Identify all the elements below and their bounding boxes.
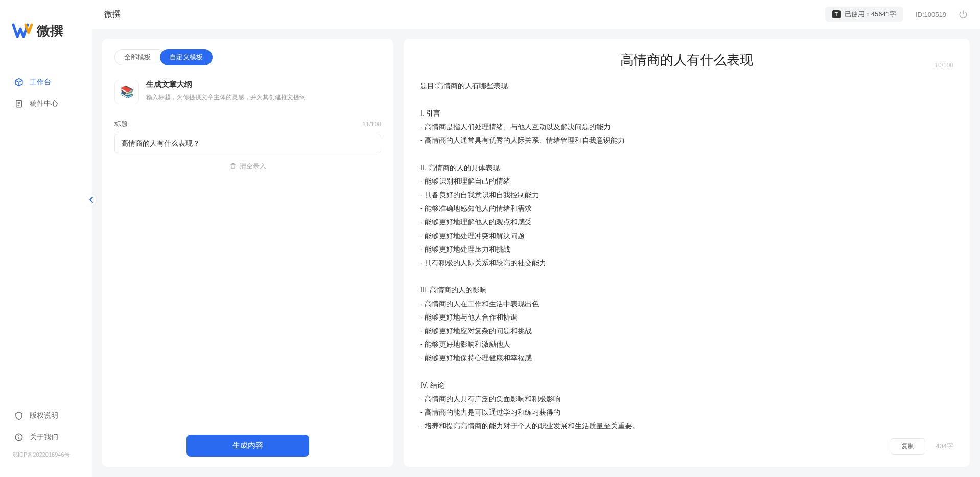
nav-item-about[interactable]: 关于我们 (0, 426, 92, 448)
input-panel: 全部模板 自定义模板 📚 生成文章大纲 输入标题，为你提供文章主体的灵感，并为其… (102, 39, 393, 467)
icp-text: 鄂ICP备2022016946号 (0, 448, 92, 462)
nav-label: 工作台 (30, 78, 51, 87)
nav-main: 工作台 稿件中心 (0, 56, 92, 405)
user-id: ID:100519 (916, 11, 946, 18)
clear-input-button[interactable]: 清空录入 (229, 162, 266, 171)
template-desc: 输入标题，为你提供文章主体的灵感，并为其创建推文提纲 (146, 93, 381, 102)
sidebar: 微撰 工作台 稿件中心 版权说明 (0, 0, 92, 477)
usage-label: 已使用：45641字 (845, 10, 896, 19)
usage-pill[interactable]: T 已使用：45641字 (825, 7, 903, 22)
topbar: 微撰 T 已使用：45641字 ID:100519 (92, 0, 980, 29)
nav-label: 版权说明 (30, 411, 58, 420)
nav-label: 稿件中心 (30, 99, 58, 108)
main: 微撰 T 已使用：45641字 ID:100519 全部模板 自定义模板 (92, 0, 980, 477)
field-label-title: 标题 (114, 120, 128, 129)
svg-point-6 (19, 436, 19, 436)
template-card: 📚 生成文章大纲 输入标题，为你提供文章主体的灵感，并为其创建推文提纲 (114, 76, 381, 115)
tab-custom-templates[interactable]: 自定义模板 (160, 49, 213, 65)
clear-label: 清空录入 (240, 162, 266, 171)
result-body[interactable]: 题目:高情商的人有哪些表现 I. 引言 - 高情商是指人们处理情绪、与他人互动以… (420, 79, 953, 430)
logo-icon (12, 20, 33, 41)
output-panel: 高情商的人有什么表现 10/100 题目:高情商的人有哪些表现 I. 引言 - … (404, 39, 970, 467)
tab-all-templates[interactable]: 全部模板 (114, 49, 160, 65)
copy-button[interactable]: 复制 (891, 438, 925, 455)
power-icon[interactable] (959, 10, 968, 19)
page-title: 微撰 (104, 9, 121, 20)
field-char-count: 11/100 (362, 121, 381, 128)
trash-icon (229, 162, 237, 171)
doc-icon (14, 99, 24, 108)
cube-icon (14, 78, 24, 87)
logo-text: 微撰 (37, 22, 63, 40)
text-icon: T (832, 10, 841, 18)
books-icon: 📚 (114, 80, 139, 104)
title-char-count: 10/100 (935, 62, 953, 69)
generate-button[interactable]: 生成内容 (186, 435, 309, 457)
sidebar-bottom: 版权说明 关于我们 鄂ICP备2022016946号 (0, 405, 92, 467)
nav-label: 关于我们 (30, 433, 58, 442)
template-tabs: 全部模板 自定义模板 (114, 49, 381, 65)
result-title[interactable]: 高情商的人有什么表现 (420, 51, 953, 69)
nav-item-copyright[interactable]: 版权说明 (0, 405, 92, 426)
logo: 微撰 (0, 10, 92, 56)
title-input[interactable] (114, 134, 381, 153)
info-icon (14, 433, 24, 442)
sidebar-collapse-handle[interactable] (87, 194, 96, 206)
template-title: 生成文章大纲 (146, 80, 381, 89)
shield-icon (14, 411, 24, 420)
nav-item-workspace[interactable]: 工作台 (0, 72, 92, 93)
nav-item-drafts[interactable]: 稿件中心 (0, 93, 92, 115)
word-count: 404字 (936, 442, 953, 451)
